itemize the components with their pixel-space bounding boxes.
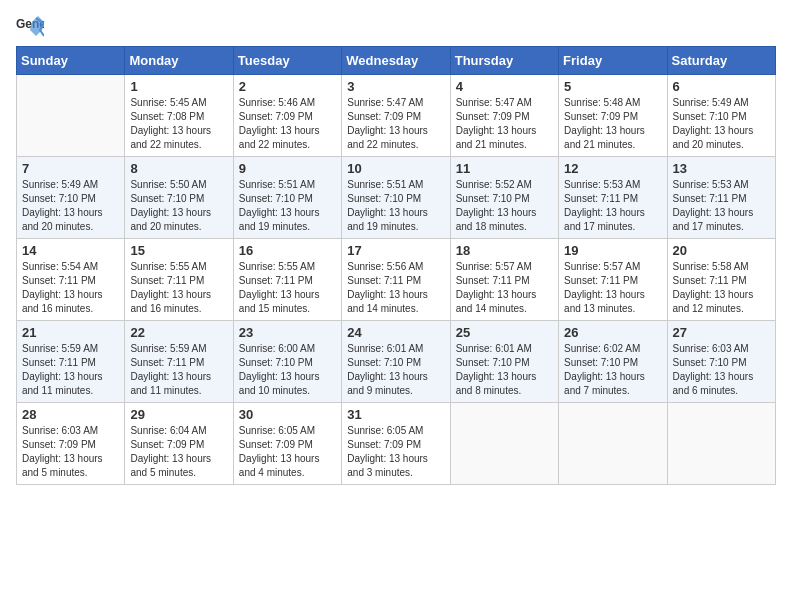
day-detail: Sunrise: 6:03 AMSunset: 7:09 PMDaylight:…: [22, 424, 119, 480]
calendar-day-cell: 1Sunrise: 5:45 AMSunset: 7:08 PMDaylight…: [125, 75, 233, 157]
day-number: 11: [456, 161, 553, 176]
day-detail: Sunrise: 5:58 AMSunset: 7:11 PMDaylight:…: [673, 260, 770, 316]
calendar-day-cell: [17, 75, 125, 157]
day-detail: Sunrise: 6:04 AMSunset: 7:09 PMDaylight:…: [130, 424, 227, 480]
day-number: 18: [456, 243, 553, 258]
day-detail: Sunrise: 5:53 AMSunset: 7:11 PMDaylight:…: [564, 178, 661, 234]
day-number: 3: [347, 79, 444, 94]
day-detail: Sunrise: 5:57 AMSunset: 7:11 PMDaylight:…: [456, 260, 553, 316]
day-number: 10: [347, 161, 444, 176]
calendar-day-cell: 7Sunrise: 5:49 AMSunset: 7:10 PMDaylight…: [17, 157, 125, 239]
day-detail: Sunrise: 6:05 AMSunset: 7:09 PMDaylight:…: [347, 424, 444, 480]
day-number: 14: [22, 243, 119, 258]
calendar-day-cell: 8Sunrise: 5:50 AMSunset: 7:10 PMDaylight…: [125, 157, 233, 239]
day-detail: Sunrise: 5:51 AMSunset: 7:10 PMDaylight:…: [347, 178, 444, 234]
day-detail: Sunrise: 5:46 AMSunset: 7:09 PMDaylight:…: [239, 96, 336, 152]
logo: General: [16, 16, 48, 38]
day-number: 17: [347, 243, 444, 258]
calendar-day-cell: 24Sunrise: 6:01 AMSunset: 7:10 PMDayligh…: [342, 321, 450, 403]
calendar-day-cell: 21Sunrise: 5:59 AMSunset: 7:11 PMDayligh…: [17, 321, 125, 403]
day-detail: Sunrise: 5:49 AMSunset: 7:10 PMDaylight:…: [673, 96, 770, 152]
calendar-day-cell: 17Sunrise: 5:56 AMSunset: 7:11 PMDayligh…: [342, 239, 450, 321]
day-detail: Sunrise: 5:49 AMSunset: 7:10 PMDaylight:…: [22, 178, 119, 234]
day-number: 5: [564, 79, 661, 94]
calendar-week-row: 28Sunrise: 6:03 AMSunset: 7:09 PMDayligh…: [17, 403, 776, 485]
calendar-day-cell: [559, 403, 667, 485]
day-number: 1: [130, 79, 227, 94]
day-number: 15: [130, 243, 227, 258]
calendar-week-row: 21Sunrise: 5:59 AMSunset: 7:11 PMDayligh…: [17, 321, 776, 403]
calendar-day-cell: 28Sunrise: 6:03 AMSunset: 7:09 PMDayligh…: [17, 403, 125, 485]
day-detail: Sunrise: 5:57 AMSunset: 7:11 PMDaylight:…: [564, 260, 661, 316]
calendar-day-cell: 15Sunrise: 5:55 AMSunset: 7:11 PMDayligh…: [125, 239, 233, 321]
day-detail: Sunrise: 5:56 AMSunset: 7:11 PMDaylight:…: [347, 260, 444, 316]
calendar-day-cell: 23Sunrise: 6:00 AMSunset: 7:10 PMDayligh…: [233, 321, 341, 403]
calendar-day-cell: 14Sunrise: 5:54 AMSunset: 7:11 PMDayligh…: [17, 239, 125, 321]
calendar-day-cell: 3Sunrise: 5:47 AMSunset: 7:09 PMDaylight…: [342, 75, 450, 157]
calendar-day-cell: 25Sunrise: 6:01 AMSunset: 7:10 PMDayligh…: [450, 321, 558, 403]
day-detail: Sunrise: 5:59 AMSunset: 7:11 PMDaylight:…: [22, 342, 119, 398]
day-detail: Sunrise: 5:52 AMSunset: 7:10 PMDaylight:…: [456, 178, 553, 234]
day-detail: Sunrise: 6:02 AMSunset: 7:10 PMDaylight:…: [564, 342, 661, 398]
day-number: 27: [673, 325, 770, 340]
day-detail: Sunrise: 5:59 AMSunset: 7:11 PMDaylight:…: [130, 342, 227, 398]
day-number: 26: [564, 325, 661, 340]
calendar-day-cell: 20Sunrise: 5:58 AMSunset: 7:11 PMDayligh…: [667, 239, 775, 321]
weekday-header-cell: Friday: [559, 47, 667, 75]
calendar-day-cell: 22Sunrise: 5:59 AMSunset: 7:11 PMDayligh…: [125, 321, 233, 403]
calendar-table: SundayMondayTuesdayWednesdayThursdayFrid…: [16, 46, 776, 485]
calendar-week-row: 7Sunrise: 5:49 AMSunset: 7:10 PMDaylight…: [17, 157, 776, 239]
day-number: 6: [673, 79, 770, 94]
day-detail: Sunrise: 6:03 AMSunset: 7:10 PMDaylight:…: [673, 342, 770, 398]
weekday-header-row: SundayMondayTuesdayWednesdayThursdayFrid…: [17, 47, 776, 75]
calendar-day-cell: 9Sunrise: 5:51 AMSunset: 7:10 PMDaylight…: [233, 157, 341, 239]
day-detail: Sunrise: 6:01 AMSunset: 7:10 PMDaylight:…: [347, 342, 444, 398]
day-detail: Sunrise: 5:45 AMSunset: 7:08 PMDaylight:…: [130, 96, 227, 152]
day-detail: Sunrise: 5:54 AMSunset: 7:11 PMDaylight:…: [22, 260, 119, 316]
day-number: 19: [564, 243, 661, 258]
calendar-week-row: 1Sunrise: 5:45 AMSunset: 7:08 PMDaylight…: [17, 75, 776, 157]
day-detail: Sunrise: 5:48 AMSunset: 7:09 PMDaylight:…: [564, 96, 661, 152]
day-detail: Sunrise: 6:05 AMSunset: 7:09 PMDaylight:…: [239, 424, 336, 480]
day-number: 16: [239, 243, 336, 258]
weekday-header-cell: Tuesday: [233, 47, 341, 75]
calendar-day-cell: 18Sunrise: 5:57 AMSunset: 7:11 PMDayligh…: [450, 239, 558, 321]
calendar-day-cell: 27Sunrise: 6:03 AMSunset: 7:10 PMDayligh…: [667, 321, 775, 403]
day-number: 21: [22, 325, 119, 340]
page-header: General: [16, 16, 776, 38]
calendar-day-cell: 11Sunrise: 5:52 AMSunset: 7:10 PMDayligh…: [450, 157, 558, 239]
day-number: 8: [130, 161, 227, 176]
day-detail: Sunrise: 5:53 AMSunset: 7:11 PMDaylight:…: [673, 178, 770, 234]
weekday-header-cell: Wednesday: [342, 47, 450, 75]
day-number: 25: [456, 325, 553, 340]
day-number: 4: [456, 79, 553, 94]
calendar-day-cell: 5Sunrise: 5:48 AMSunset: 7:09 PMDaylight…: [559, 75, 667, 157]
day-number: 9: [239, 161, 336, 176]
weekday-header-cell: Saturday: [667, 47, 775, 75]
weekday-header-cell: Thursday: [450, 47, 558, 75]
calendar-day-cell: 4Sunrise: 5:47 AMSunset: 7:09 PMDaylight…: [450, 75, 558, 157]
calendar-day-cell: 29Sunrise: 6:04 AMSunset: 7:09 PMDayligh…: [125, 403, 233, 485]
calendar-day-cell: [450, 403, 558, 485]
day-detail: Sunrise: 6:00 AMSunset: 7:10 PMDaylight:…: [239, 342, 336, 398]
calendar-day-cell: 10Sunrise: 5:51 AMSunset: 7:10 PMDayligh…: [342, 157, 450, 239]
day-number: 29: [130, 407, 227, 422]
calendar-day-cell: 31Sunrise: 6:05 AMSunset: 7:09 PMDayligh…: [342, 403, 450, 485]
calendar-day-cell: 12Sunrise: 5:53 AMSunset: 7:11 PMDayligh…: [559, 157, 667, 239]
calendar-day-cell: 2Sunrise: 5:46 AMSunset: 7:09 PMDaylight…: [233, 75, 341, 157]
day-number: 2: [239, 79, 336, 94]
day-number: 22: [130, 325, 227, 340]
calendar-day-cell: [667, 403, 775, 485]
day-detail: Sunrise: 5:55 AMSunset: 7:11 PMDaylight:…: [130, 260, 227, 316]
day-detail: Sunrise: 5:55 AMSunset: 7:11 PMDaylight:…: [239, 260, 336, 316]
day-number: 30: [239, 407, 336, 422]
day-number: 20: [673, 243, 770, 258]
day-number: 23: [239, 325, 336, 340]
calendar-day-cell: 6Sunrise: 5:49 AMSunset: 7:10 PMDaylight…: [667, 75, 775, 157]
day-detail: Sunrise: 5:51 AMSunset: 7:10 PMDaylight:…: [239, 178, 336, 234]
day-detail: Sunrise: 5:50 AMSunset: 7:10 PMDaylight:…: [130, 178, 227, 234]
weekday-header-cell: Sunday: [17, 47, 125, 75]
calendar-day-cell: 16Sunrise: 5:55 AMSunset: 7:11 PMDayligh…: [233, 239, 341, 321]
calendar-body: 1Sunrise: 5:45 AMSunset: 7:08 PMDaylight…: [17, 75, 776, 485]
weekday-header-cell: Monday: [125, 47, 233, 75]
